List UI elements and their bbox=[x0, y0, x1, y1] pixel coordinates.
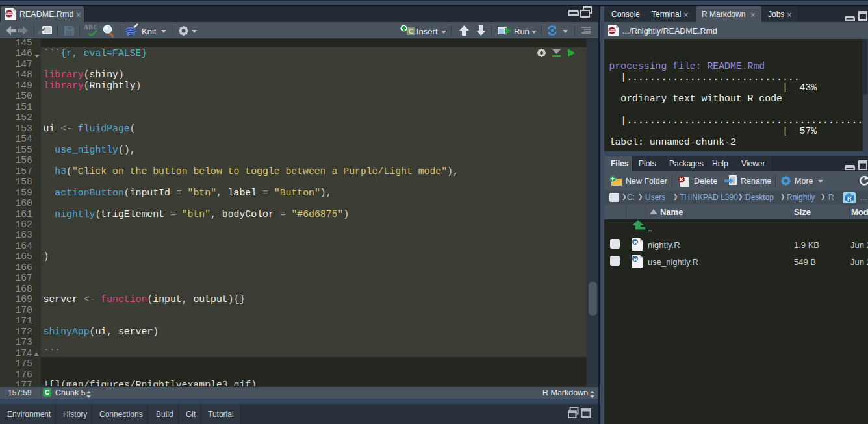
svg-text:C: C bbox=[409, 27, 414, 35]
svg-text:R: R bbox=[847, 195, 852, 202]
svg-text:Rmd: Rmd bbox=[6, 12, 12, 15]
svg-text:Rmd: Rmd bbox=[609, 29, 615, 32]
svg-text:R: R bbox=[633, 256, 637, 262]
svg-text:R: R bbox=[633, 240, 637, 245]
